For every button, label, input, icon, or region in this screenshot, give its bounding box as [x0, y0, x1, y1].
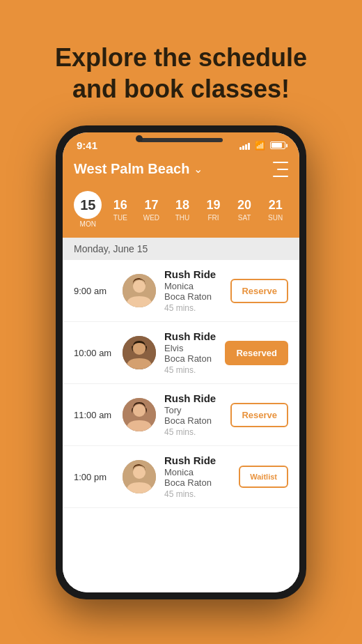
app-background: Explore the schedule and book classes! 9… [0, 0, 362, 644]
day-label: FRI [207, 214, 219, 222]
avatar [123, 274, 156, 307]
day-number: 19 [207, 198, 221, 213]
svg-point-5 [133, 404, 145, 417]
wifi-icon: 📶 [255, 141, 265, 151]
class-instructor: Monica [164, 467, 230, 477]
day-number: 20 [237, 198, 251, 213]
chevron-down-icon: ⌄ [194, 162, 203, 176]
day-label: WED [143, 214, 159, 222]
phone-wrapper: 9:41 📶 [0, 125, 362, 599]
avatar [123, 398, 156, 431]
reserve-button[interactable]: Reserve [230, 403, 288, 427]
calendar-day-sat[interactable]: 20 SAT [232, 198, 257, 222]
day-number: 16 [113, 198, 127, 213]
class-duration: 45 mins. [164, 303, 222, 313]
day-number: 17 [144, 198, 158, 213]
svg-point-1 [133, 280, 145, 293]
class-name: Rush Ride [164, 330, 217, 342]
phone-frame: 9:41 📶 [56, 125, 306, 599]
reserve-button[interactable]: Reserve [230, 279, 288, 303]
calendar-day-tue[interactable]: 16 TUE [108, 198, 133, 222]
day-label: SUN [268, 214, 283, 222]
class-location: Boca Raton [164, 353, 217, 364]
day-label: TUE [113, 214, 127, 222]
class-info: Rush Ride Monica Boca Raton 45 mins. [164, 454, 230, 499]
class-info: Rush Ride Tory Boca Raton 45 mins. [164, 392, 222, 437]
class-duration: 45 mins. [164, 427, 222, 437]
day-label: SAT [238, 214, 251, 222]
class-time: 9:00 am [74, 286, 114, 296]
class-info: Rush Ride Monica Boca Raton 45 mins. [164, 268, 222, 313]
signal-icon [239, 141, 250, 150]
day-number: 18 [175, 198, 189, 213]
class-instructor: Monica [164, 281, 222, 291]
class-item: 11:00 am Rush R [63, 384, 299, 446]
status-bar: 9:41 📶 [63, 132, 299, 155]
day-label: MON [80, 220, 96, 228]
class-name: Rush Ride [164, 268, 222, 280]
svg-point-3 [133, 342, 145, 355]
class-name: Rush Ride [164, 454, 230, 466]
class-info: Rush Ride Elvis Boca Raton 45 mins. [164, 330, 217, 375]
location-selector[interactable]: West Palm Beach ⌄ [74, 161, 203, 177]
class-item: 1:00 pm Rush Ride Monica [63, 446, 299, 508]
day-label: THU [175, 214, 190, 222]
calendar-strip: 15 MON 16 TUE 17 WED 18 THU [63, 185, 299, 238]
class-location: Boca Raton [164, 291, 222, 302]
class-instructor: Tory [164, 405, 222, 415]
avatar [123, 336, 156, 369]
calendar-day-wed[interactable]: 17 WED [139, 198, 164, 222]
class-instructor: Elvis [164, 343, 217, 353]
class-item: 10:00 am Rush R [63, 322, 299, 384]
reserved-button[interactable]: Reserved [225, 341, 288, 365]
class-item: 9:00 am Rush Ride Monica [63, 260, 299, 322]
class-location: Boca Raton [164, 477, 230, 488]
class-time: 1:00 pm [74, 472, 114, 482]
avatar-svg [123, 274, 156, 307]
svg-point-7 [133, 466, 145, 479]
waitlist-button[interactable]: Waitlist [239, 466, 288, 488]
class-name: Rush Ride [164, 392, 222, 404]
avatar-svg [123, 398, 156, 431]
class-duration: 45 mins. [164, 489, 230, 499]
day-number: 21 [269, 198, 283, 213]
class-duration: 45 mins. [164, 365, 217, 375]
location-name: West Palm Beach [74, 161, 189, 177]
calendar-day-thu[interactable]: 18 THU [170, 198, 195, 222]
app-header: West Palm Beach ⌄ [63, 155, 299, 185]
status-icons: 📶 [239, 141, 285, 151]
battery-icon [270, 141, 285, 149]
avatar-svg [123, 336, 156, 369]
phone-screen: 9:41 📶 [63, 132, 299, 592]
avatar-svg [123, 460, 156, 493]
filter-icon[interactable] [269, 162, 288, 177]
classes-list: 9:00 am Rush Ride Monica [63, 260, 299, 592]
class-time: 11:00 am [74, 410, 114, 420]
calendar-day-sun[interactable]: 21 SUN [263, 198, 288, 222]
date-header: Monday, June 15 [63, 238, 299, 260]
status-time: 9:41 [77, 139, 97, 151]
calendar-day-mon[interactable]: 15 MON [74, 191, 102, 228]
calendar-day-fri[interactable]: 19 FRI [201, 198, 226, 222]
header-text: Explore the schedule and book classes! [0, 0, 362, 125]
avatar [123, 460, 156, 493]
class-time: 10:00 am [74, 348, 114, 358]
day-number: 15 [74, 191, 102, 219]
class-location: Boca Raton [164, 415, 222, 426]
page-title: Explore the schedule and book classes! [28, 42, 334, 105]
